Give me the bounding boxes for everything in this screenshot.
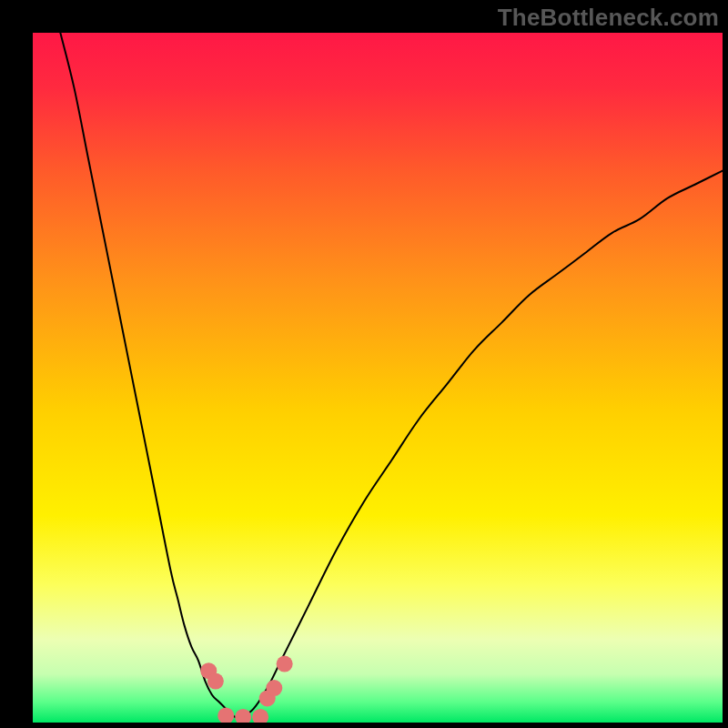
data-marker — [266, 680, 282, 696]
data-marker — [277, 656, 293, 672]
watermark-label: TheBottleneck.com — [498, 4, 719, 32]
data-marker — [207, 673, 224, 690]
gradient-background — [33, 33, 723, 723]
bottleneck-chart — [33, 33, 723, 723]
chart-frame: TheBottleneck.com — [0, 0, 728, 728]
plot-area — [33, 33, 723, 723]
